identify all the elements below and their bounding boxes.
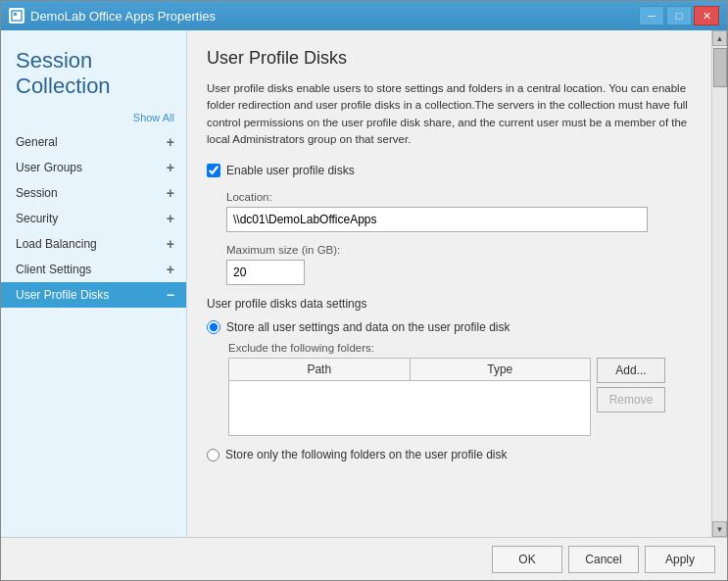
store-all-radio[interactable] [207, 320, 220, 334]
folder-table: Path Type [228, 358, 591, 436]
sidebar-item-user-groups[interactable]: User Groups + [1, 155, 186, 180]
close-button[interactable]: ✕ [694, 6, 719, 25]
window: DemoLab Office Apps Properties ─ □ ✕ Ses… [0, 0, 728, 581]
add-button[interactable]: Add... [597, 358, 665, 383]
table-actions: Add... Remove [597, 358, 665, 436]
store-all-label: Store all user settings and data on the … [226, 320, 510, 334]
sidebar-item-user-profile-disks[interactable]: User Profile Disks − [1, 282, 186, 308]
sidebar-item-general-label: General [16, 135, 58, 149]
cancel-button[interactable]: Cancel [568, 546, 639, 573]
table-header: Path Type [229, 359, 590, 381]
sidebar-item-session-expand-icon: + [167, 185, 174, 201]
scrollbar-down-button[interactable]: ▼ [712, 521, 727, 537]
sidebar-item-load-balancing-label: Load Balancing [16, 237, 97, 251]
max-size-field-group: Maximum size (in GB): [226, 244, 692, 285]
data-settings-label: User profile disks data settings [207, 297, 692, 311]
remove-button[interactable]: Remove [597, 387, 665, 412]
sidebar-item-user-groups-expand-icon: + [167, 160, 174, 175]
footer: OK Cancel Apply [1, 537, 727, 580]
title-bar-controls: ─ □ ✕ [639, 6, 719, 25]
sidebar-item-user-profile-disks-expand-icon: − [167, 287, 174, 303]
col-path: Path [229, 359, 411, 380]
sidebar-item-general[interactable]: General + [1, 129, 186, 155]
max-size-input[interactable] [226, 260, 305, 285]
store-all-radio-row: Store all user settings and data on the … [207, 320, 692, 334]
sidebar-item-session[interactable]: Session + [1, 180, 186, 206]
store-only-label: Store only the following folders on the … [225, 448, 508, 461]
sidebar-item-client-settings-expand-icon: + [167, 262, 174, 277]
minimize-button[interactable]: ─ [639, 6, 664, 25]
enable-checkbox-label: Enable user profile disks [226, 164, 355, 177]
scrollbar: ▲ ▼ [711, 30, 727, 537]
sidebar: Session Collection Show All General + Us… [1, 30, 187, 537]
sidebar-item-user-profile-disks-label: User Profile Disks [16, 288, 109, 302]
scrollbar-thumb[interactable] [713, 48, 727, 87]
sidebar-item-user-groups-label: User Groups [16, 161, 82, 174]
max-size-label: Maximum size (in GB): [226, 244, 692, 256]
description-text: User profile disks enable users to store… [207, 80, 692, 148]
sidebar-item-security-expand-icon: + [167, 211, 174, 226]
window-title: DemoLab Office Apps Properties [30, 9, 216, 24]
apply-button[interactable]: Apply [645, 546, 715, 573]
scrollbar-up-button[interactable]: ▲ [712, 30, 727, 46]
sidebar-item-general-expand-icon: + [167, 134, 174, 150]
sidebar-item-security[interactable]: Security + [1, 206, 186, 231]
location-label: Location: [226, 191, 692, 203]
page-title: User Profile Disks [207, 48, 692, 69]
sidebar-item-session-label: Session [16, 186, 58, 200]
exclude-label: Exclude the following folders: [228, 342, 692, 354]
sidebar-item-security-label: Security [16, 212, 58, 225]
table-body [229, 381, 590, 430]
title-bar: DemoLab Office Apps Properties ─ □ ✕ [1, 1, 727, 30]
table-area: Path Type Add... Remove [228, 358, 692, 436]
content-with-scroll: User Profile Disks User profile disks en… [187, 30, 727, 537]
maximize-button[interactable]: □ [666, 6, 692, 25]
location-input[interactable] [226, 207, 648, 232]
title-bar-left: DemoLab Office Apps Properties [9, 8, 216, 24]
col-type: Type [411, 359, 591, 380]
store-only-radio[interactable] [207, 449, 219, 461]
svg-rect-1 [14, 13, 17, 16]
ok-button[interactable]: OK [492, 546, 562, 573]
app-icon [9, 8, 24, 24]
content-area: User Profile Disks User profile disks en… [187, 30, 711, 537]
location-field-group: Location: [226, 191, 692, 232]
show-all-link[interactable]: Show All [1, 112, 186, 129]
window-body: Session Collection Show All General + Us… [1, 30, 727, 537]
sidebar-item-load-balancing-expand-icon: + [167, 236, 174, 252]
enable-checkbox[interactable] [207, 164, 220, 177]
store-only-radio-row: Store only the following folders on the … [207, 448, 692, 461]
sidebar-header: Session Collection [1, 40, 186, 112]
sidebar-item-client-settings-label: Client Settings [16, 263, 91, 276]
enable-checkbox-row: Enable user profile disks [207, 164, 692, 177]
sidebar-item-load-balancing[interactable]: Load Balancing + [1, 231, 186, 257]
sidebar-item-client-settings[interactable]: Client Settings + [1, 257, 186, 282]
